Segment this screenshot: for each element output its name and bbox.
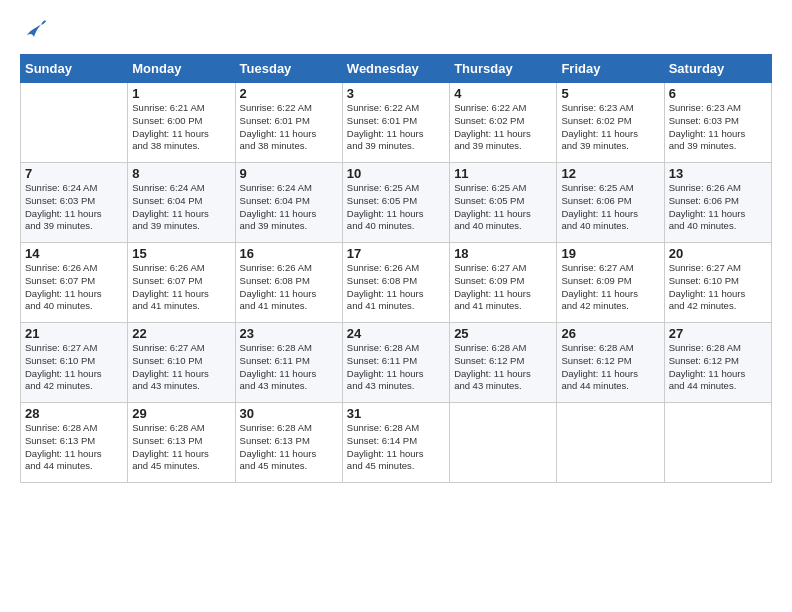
day-number: 2 (240, 86, 338, 101)
col-header-sunday: Sunday (21, 55, 128, 83)
calendar-cell: 2Sunrise: 6:22 AMSunset: 6:01 PMDaylight… (235, 83, 342, 163)
day-info: Sunrise: 6:23 AMSunset: 6:02 PMDaylight:… (561, 102, 659, 153)
day-info: Sunrise: 6:26 AMSunset: 6:07 PMDaylight:… (25, 262, 123, 313)
calendar-cell: 16Sunrise: 6:26 AMSunset: 6:08 PMDayligh… (235, 243, 342, 323)
page: SundayMondayTuesdayWednesdayThursdayFrid… (0, 0, 792, 612)
day-number: 1 (132, 86, 230, 101)
calendar-cell: 27Sunrise: 6:28 AMSunset: 6:12 PMDayligh… (664, 323, 771, 403)
day-number: 23 (240, 326, 338, 341)
calendar-cell: 24Sunrise: 6:28 AMSunset: 6:11 PMDayligh… (342, 323, 449, 403)
calendar-cell: 11Sunrise: 6:25 AMSunset: 6:05 PMDayligh… (450, 163, 557, 243)
col-header-thursday: Thursday (450, 55, 557, 83)
day-info: Sunrise: 6:28 AMSunset: 6:13 PMDaylight:… (25, 422, 123, 473)
day-number: 27 (669, 326, 767, 341)
day-info: Sunrise: 6:24 AMSunset: 6:04 PMDaylight:… (240, 182, 338, 233)
day-number: 19 (561, 246, 659, 261)
day-info: Sunrise: 6:25 AMSunset: 6:05 PMDaylight:… (347, 182, 445, 233)
col-header-monday: Monday (128, 55, 235, 83)
calendar-cell: 28Sunrise: 6:28 AMSunset: 6:13 PMDayligh… (21, 403, 128, 483)
day-info: Sunrise: 6:28 AMSunset: 6:11 PMDaylight:… (240, 342, 338, 393)
calendar-cell: 26Sunrise: 6:28 AMSunset: 6:12 PMDayligh… (557, 323, 664, 403)
day-number: 8 (132, 166, 230, 181)
day-number: 3 (347, 86, 445, 101)
calendar-cell: 31Sunrise: 6:28 AMSunset: 6:14 PMDayligh… (342, 403, 449, 483)
week-row-1: 1Sunrise: 6:21 AMSunset: 6:00 PMDaylight… (21, 83, 772, 163)
calendar-table: SundayMondayTuesdayWednesdayThursdayFrid… (20, 54, 772, 483)
calendar-cell: 22Sunrise: 6:27 AMSunset: 6:10 PMDayligh… (128, 323, 235, 403)
header-row: SundayMondayTuesdayWednesdayThursdayFrid… (21, 55, 772, 83)
day-number: 7 (25, 166, 123, 181)
day-info: Sunrise: 6:24 AMSunset: 6:04 PMDaylight:… (132, 182, 230, 233)
day-info: Sunrise: 6:27 AMSunset: 6:10 PMDaylight:… (669, 262, 767, 313)
day-info: Sunrise: 6:27 AMSunset: 6:10 PMDaylight:… (25, 342, 123, 393)
week-row-2: 7Sunrise: 6:24 AMSunset: 6:03 PMDaylight… (21, 163, 772, 243)
header (20, 16, 772, 44)
day-number: 12 (561, 166, 659, 181)
day-number: 28 (25, 406, 123, 421)
day-info: Sunrise: 6:25 AMSunset: 6:05 PMDaylight:… (454, 182, 552, 233)
day-info: Sunrise: 6:22 AMSunset: 6:01 PMDaylight:… (240, 102, 338, 153)
col-header-tuesday: Tuesday (235, 55, 342, 83)
col-header-friday: Friday (557, 55, 664, 83)
day-number: 17 (347, 246, 445, 261)
calendar-cell: 7Sunrise: 6:24 AMSunset: 6:03 PMDaylight… (21, 163, 128, 243)
col-header-saturday: Saturday (664, 55, 771, 83)
calendar-cell: 19Sunrise: 6:27 AMSunset: 6:09 PMDayligh… (557, 243, 664, 323)
day-info: Sunrise: 6:22 AMSunset: 6:02 PMDaylight:… (454, 102, 552, 153)
day-number: 31 (347, 406, 445, 421)
calendar-cell (21, 83, 128, 163)
day-number: 21 (25, 326, 123, 341)
calendar-cell: 18Sunrise: 6:27 AMSunset: 6:09 PMDayligh… (450, 243, 557, 323)
day-info: Sunrise: 6:22 AMSunset: 6:01 PMDaylight:… (347, 102, 445, 153)
day-info: Sunrise: 6:28 AMSunset: 6:12 PMDaylight:… (669, 342, 767, 393)
calendar-cell (557, 403, 664, 483)
day-info: Sunrise: 6:26 AMSunset: 6:06 PMDaylight:… (669, 182, 767, 233)
logo-icon (20, 16, 48, 44)
calendar-cell: 8Sunrise: 6:24 AMSunset: 6:04 PMDaylight… (128, 163, 235, 243)
calendar-cell: 21Sunrise: 6:27 AMSunset: 6:10 PMDayligh… (21, 323, 128, 403)
day-number: 15 (132, 246, 230, 261)
day-number: 16 (240, 246, 338, 261)
day-number: 24 (347, 326, 445, 341)
col-header-wednesday: Wednesday (342, 55, 449, 83)
day-info: Sunrise: 6:28 AMSunset: 6:12 PMDaylight:… (454, 342, 552, 393)
day-number: 22 (132, 326, 230, 341)
day-number: 4 (454, 86, 552, 101)
logo (20, 16, 52, 44)
day-info: Sunrise: 6:21 AMSunset: 6:00 PMDaylight:… (132, 102, 230, 153)
day-number: 25 (454, 326, 552, 341)
day-number: 13 (669, 166, 767, 181)
calendar-cell: 20Sunrise: 6:27 AMSunset: 6:10 PMDayligh… (664, 243, 771, 323)
day-number: 9 (240, 166, 338, 181)
day-number: 6 (669, 86, 767, 101)
day-number: 14 (25, 246, 123, 261)
day-info: Sunrise: 6:27 AMSunset: 6:10 PMDaylight:… (132, 342, 230, 393)
day-info: Sunrise: 6:24 AMSunset: 6:03 PMDaylight:… (25, 182, 123, 233)
day-info: Sunrise: 6:26 AMSunset: 6:07 PMDaylight:… (132, 262, 230, 313)
day-info: Sunrise: 6:28 AMSunset: 6:14 PMDaylight:… (347, 422, 445, 473)
calendar-cell: 10Sunrise: 6:25 AMSunset: 6:05 PMDayligh… (342, 163, 449, 243)
calendar-cell: 5Sunrise: 6:23 AMSunset: 6:02 PMDaylight… (557, 83, 664, 163)
day-info: Sunrise: 6:28 AMSunset: 6:13 PMDaylight:… (132, 422, 230, 473)
day-number: 29 (132, 406, 230, 421)
day-number: 26 (561, 326, 659, 341)
calendar-cell: 15Sunrise: 6:26 AMSunset: 6:07 PMDayligh… (128, 243, 235, 323)
day-info: Sunrise: 6:28 AMSunset: 6:11 PMDaylight:… (347, 342, 445, 393)
calendar-cell: 14Sunrise: 6:26 AMSunset: 6:07 PMDayligh… (21, 243, 128, 323)
day-number: 5 (561, 86, 659, 101)
calendar-cell: 9Sunrise: 6:24 AMSunset: 6:04 PMDaylight… (235, 163, 342, 243)
day-info: Sunrise: 6:27 AMSunset: 6:09 PMDaylight:… (561, 262, 659, 313)
day-info: Sunrise: 6:26 AMSunset: 6:08 PMDaylight:… (240, 262, 338, 313)
calendar-cell: 1Sunrise: 6:21 AMSunset: 6:00 PMDaylight… (128, 83, 235, 163)
day-number: 10 (347, 166, 445, 181)
calendar-cell: 30Sunrise: 6:28 AMSunset: 6:13 PMDayligh… (235, 403, 342, 483)
calendar-cell: 4Sunrise: 6:22 AMSunset: 6:02 PMDaylight… (450, 83, 557, 163)
week-row-3: 14Sunrise: 6:26 AMSunset: 6:07 PMDayligh… (21, 243, 772, 323)
day-number: 30 (240, 406, 338, 421)
calendar-cell: 17Sunrise: 6:26 AMSunset: 6:08 PMDayligh… (342, 243, 449, 323)
calendar-cell: 25Sunrise: 6:28 AMSunset: 6:12 PMDayligh… (450, 323, 557, 403)
calendar-cell: 6Sunrise: 6:23 AMSunset: 6:03 PMDaylight… (664, 83, 771, 163)
day-info: Sunrise: 6:23 AMSunset: 6:03 PMDaylight:… (669, 102, 767, 153)
day-info: Sunrise: 6:28 AMSunset: 6:12 PMDaylight:… (561, 342, 659, 393)
day-number: 11 (454, 166, 552, 181)
